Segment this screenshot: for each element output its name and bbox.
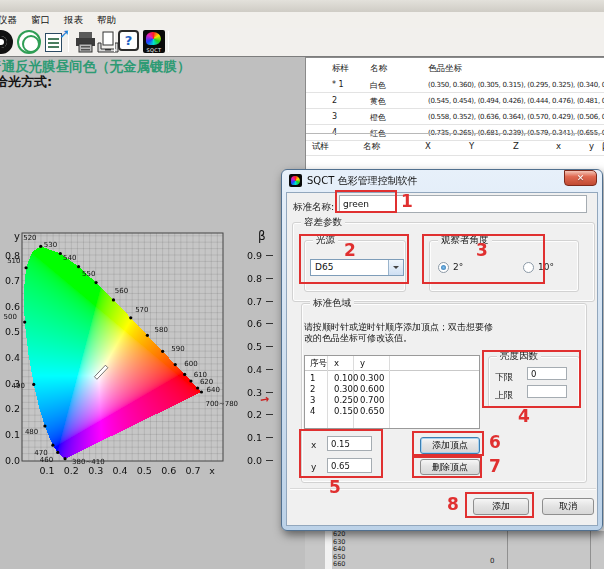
column-header: 名称 xyxy=(370,63,387,75)
beta-tick-label: 0.4 xyxy=(240,364,262,375)
beta-tick-label: 0.9 xyxy=(240,250,262,261)
beta-tick-label: 0.7 xyxy=(240,296,262,307)
app-window: 仪器窗口报表帮助 ➚ xyxy=(0,0,604,569)
beta-tick-mark xyxy=(266,301,273,302)
beta-axis-label: β xyxy=(258,229,266,243)
beta-tick-mark xyxy=(266,414,273,415)
dialog-title: SQCT 色彩管理控制软件 xyxy=(307,174,418,188)
column-header: 标样 xyxy=(332,63,349,75)
column-header: 名称 xyxy=(363,141,380,153)
readout-value: 0 xyxy=(490,557,494,565)
toolbar: ➚ ? SQCT xyxy=(0,28,604,57)
menu-item[interactable]: 仪器 xyxy=(0,12,24,28)
column-header: y xyxy=(589,141,594,151)
annotation-box-7 xyxy=(412,456,482,478)
beta-tick-label: 0.5 xyxy=(240,341,262,352)
sqct-logo-text: SQCT xyxy=(143,47,165,53)
vertex-column-header: x xyxy=(334,358,339,368)
annotation-box-1 xyxy=(335,190,397,213)
table-cell: 2 xyxy=(332,96,337,105)
table-cell: 橙色 xyxy=(370,112,386,123)
column-header: x xyxy=(556,141,561,151)
annotation-number: 2 xyxy=(344,240,356,260)
beta-tick-mark xyxy=(266,460,273,461)
sample-subtitle: 给光方式: xyxy=(0,73,52,91)
vertex-column-header: y xyxy=(360,358,365,368)
table-cell: * 1 xyxy=(332,80,344,89)
table-row[interactable]: * 1白色(0.350, 0.360), (0.305, 0.315), (0.… xyxy=(306,76,604,92)
beta-tick-label: 0.1 xyxy=(240,432,262,443)
annotation-number: 1 xyxy=(401,191,413,211)
beta-tick-label: 0.6 xyxy=(240,318,262,329)
beta-tick-mark xyxy=(266,323,273,324)
vertex-cell[interactable]: 2 xyxy=(310,384,315,394)
beta-tick-mark xyxy=(266,346,273,347)
colorimeter-icon[interactable] xyxy=(17,30,41,54)
table-row[interactable]: 4红色(0.735, 0.265), (0.681, 0.239), (0.57… xyxy=(306,124,604,140)
column-header: Y xyxy=(469,141,474,151)
vertex-column-header: 序号 xyxy=(310,358,327,370)
vertex-cell[interactable]: 1 xyxy=(310,373,315,383)
red-arrow-annotation: → xyxy=(259,392,270,406)
annotation-number: 3 xyxy=(476,240,488,260)
annotation-box-4 xyxy=(482,350,581,408)
target-icon[interactable] xyxy=(0,30,13,54)
annotation-box-6 xyxy=(412,431,484,456)
cie-chromaticity-diagram xyxy=(0,228,250,480)
annotation-number: 4 xyxy=(518,406,530,426)
help-icon[interactable]: ? xyxy=(118,30,139,51)
vertex-cell[interactable]: 0.650 xyxy=(360,406,384,416)
table-cell: 黄色 xyxy=(370,96,386,107)
vertex-cell[interactable]: 0.300 xyxy=(334,384,358,394)
instruction-text: 改的色品坐标可修改该值。 xyxy=(304,332,412,345)
report-export-icon[interactable]: ➚ xyxy=(44,30,68,54)
vertex-cell[interactable]: 0.300 xyxy=(360,373,384,383)
beta-tick-label: 0.8 xyxy=(240,273,262,284)
table-cell: 白色 xyxy=(370,80,386,91)
dialog-app-icon xyxy=(289,174,302,187)
beta-tick-mark xyxy=(266,369,273,370)
menu-bar: 仪器窗口报表帮助 xyxy=(0,12,604,28)
close-icon[interactable]: ✕ xyxy=(564,170,597,186)
annotation-box-8 xyxy=(465,492,534,518)
vertex-cell[interactable]: 0.700 xyxy=(360,395,384,405)
table-row[interactable]: 2黄色(0.545, 0.454), (0.494, 0.426), (0.44… xyxy=(306,92,604,108)
beta-tick-label: 0.0 xyxy=(240,455,262,466)
toolbar-separator xyxy=(114,31,115,52)
vertex-cell[interactable]: 0.100 xyxy=(334,373,358,383)
wavelength-row: 620 xyxy=(333,531,345,538)
table-row[interactable]: 3橙色(0.558, 0.352), (0.636, 0.364), (0.57… xyxy=(306,108,604,124)
annotation-box-5 xyxy=(299,429,383,478)
menu-item[interactable]: 帮助 xyxy=(90,12,123,28)
toolbar-separator xyxy=(168,31,169,52)
annotation-number: 8 xyxy=(447,494,459,514)
vertex-cell[interactable]: 4 xyxy=(310,406,315,416)
column-header: X xyxy=(425,141,431,151)
table-cell: (0.350, 0.360), (0.305, 0.315), (0.295, … xyxy=(428,81,604,89)
wavelength-row: 660 xyxy=(333,561,345,568)
menu-item[interactable]: 窗口 xyxy=(24,12,57,28)
sqct-logo-icon[interactable]: SQCT xyxy=(143,30,165,53)
vertex-cell[interactable]: 0.150 xyxy=(334,406,358,416)
vertex-cell[interactable]: 3 xyxy=(310,395,315,405)
table-cell: (0.558, 0.352), (0.636, 0.364), (0.570, … xyxy=(428,113,604,121)
wavelength-row: 640 xyxy=(333,546,345,553)
annotation-number: 5 xyxy=(329,477,341,497)
annotation-number: 7 xyxy=(489,456,501,476)
vertex-cell[interactable]: 0.600 xyxy=(360,384,384,394)
table-cell: 3 xyxy=(332,112,337,121)
beta-axis: β0.90.80.70.60.50.40.30.20.10.0 xyxy=(240,228,280,480)
column-header: Z xyxy=(513,141,519,151)
beta-tick-mark xyxy=(266,278,273,279)
cie-blob-glyph xyxy=(146,32,161,45)
beta-tick-label: 0.2 xyxy=(240,409,262,420)
annotation-number: 6 xyxy=(489,432,501,452)
cancel-button[interactable]: 取消 xyxy=(542,498,594,515)
spectral-readout-strip: 0 620630640650660 xyxy=(305,531,604,569)
print-preview-icon[interactable] xyxy=(96,30,120,54)
column-header: 色品坐标 xyxy=(428,63,462,75)
beta-tick-mark xyxy=(266,437,273,438)
vertex-cell[interactable]: 0.250 xyxy=(334,395,358,405)
vertex-table[interactable]: 序号xy10.1000.30020.3000.60030.2500.70040.… xyxy=(304,355,480,429)
print-icon[interactable] xyxy=(74,30,98,54)
